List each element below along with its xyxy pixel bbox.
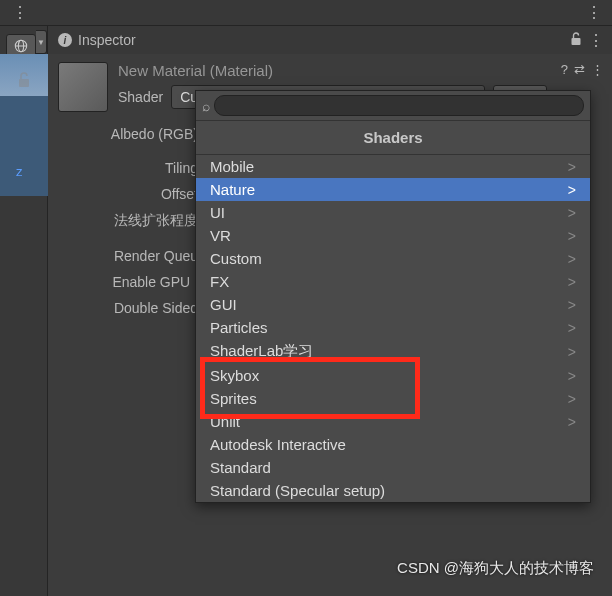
popup-item-label: Standard (210, 459, 271, 476)
chevron-down-icon[interactable]: ▼ (36, 30, 47, 54)
chevron-right-icon: > (568, 274, 576, 290)
lock-icon[interactable] (570, 32, 582, 49)
render-queue-label: Render Queu (48, 248, 208, 264)
popup-item[interactable]: Mobile> (196, 155, 590, 178)
material-thumbnail[interactable] (58, 62, 108, 112)
axis-z-label: z (16, 164, 23, 179)
chevron-right-icon: > (568, 414, 576, 430)
popup-item[interactable]: Nature> (196, 178, 590, 201)
chevron-right-icon: > (568, 344, 576, 360)
gpu-label: Enable GPU I (48, 274, 208, 290)
chevron-right-icon: > (568, 391, 576, 407)
popup-item[interactable]: UI> (196, 201, 590, 224)
double-sided-label: Double Sided (48, 300, 208, 316)
popup-item-label: FX (210, 273, 229, 290)
shader-popup: ⌕ Shaders Mobile>Nature>UI>VR>Custom>FX>… (195, 90, 591, 503)
left-toolbar: ▼ z (0, 26, 48, 596)
kebab-icon[interactable]: ⋮ (591, 62, 602, 77)
popup-item[interactable]: Particles> (196, 316, 590, 339)
window-top-bar: ⋮ ⋮ (0, 0, 612, 26)
tiling-label: Tiling (48, 160, 208, 176)
kebab-icon[interactable]: ⋮ (12, 3, 26, 22)
popup-item-label: Sprites (210, 390, 257, 407)
chevron-right-icon: > (568, 205, 576, 221)
popup-item[interactable]: Unlit> (196, 410, 590, 433)
popup-item[interactable]: Skybox> (196, 364, 590, 387)
kebab-icon[interactable]: ⋮ (586, 3, 600, 22)
expand-label: 法线扩张程度 (48, 212, 208, 230)
shader-label: Shader (118, 89, 163, 105)
popup-item-label: GUI (210, 296, 237, 313)
popup-item[interactable]: Standard> (196, 456, 590, 479)
chevron-right-icon: > (568, 228, 576, 244)
lock-icon[interactable] (17, 72, 47, 91)
tab-label: Inspector (78, 32, 136, 48)
chevron-right-icon: > (568, 368, 576, 384)
popup-item[interactable]: VR> (196, 224, 590, 247)
kebab-icon[interactable]: ⋮ (588, 31, 602, 50)
watermark: CSDN @海狗大人的技术博客 (397, 559, 594, 578)
albedo-label: Albedo (RGB) (48, 126, 208, 142)
chevron-right-icon: > (568, 159, 576, 175)
popup-item-label: VR (210, 227, 231, 244)
inspector-tab[interactable]: i Inspector ⋮ (48, 26, 612, 54)
chevron-right-icon: > (568, 297, 576, 313)
info-icon: i (58, 33, 72, 47)
popup-item[interactable]: FX> (196, 270, 590, 293)
chevron-right-icon: > (568, 182, 576, 198)
chevron-right-icon: > (568, 320, 576, 336)
popup-item[interactable]: Sprites> (196, 387, 590, 410)
popup-item-label: Skybox (210, 367, 259, 384)
popup-item[interactable]: GUI> (196, 293, 590, 316)
popup-item[interactable]: Standard (Specular setup)> (196, 479, 590, 502)
popup-items: Mobile>Nature>UI>VR>Custom>FX>GUI>Partic… (196, 155, 590, 502)
popup-item-label: Mobile (210, 158, 254, 175)
popup-item-label: Standard (Specular setup) (210, 482, 385, 499)
svg-rect-4 (572, 38, 581, 45)
popup-item-label: Autodesk Interactive (210, 436, 346, 453)
chevron-right-icon: > (568, 251, 576, 267)
popup-item-label: Custom (210, 250, 262, 267)
svg-rect-3 (19, 79, 29, 87)
popup-item-label: UI (210, 204, 225, 221)
popup-item-label: ShaderLab学习 (210, 342, 313, 361)
search-icon: ⌕ (202, 98, 210, 114)
popup-item[interactable]: Autodesk Interactive> (196, 433, 590, 456)
offset-label: Offset (48, 186, 208, 202)
help-icon[interactable]: ? (561, 62, 568, 77)
preset-icon[interactable]: ⇄ (574, 62, 585, 77)
popup-item-label: Unlit (210, 413, 240, 430)
popup-item[interactable]: ShaderLab学习> (196, 339, 590, 364)
popup-item-label: Particles (210, 319, 268, 336)
popup-item-label: Nature (210, 181, 255, 198)
material-title: New Material (Material) (118, 62, 547, 79)
popup-header: Shaders (196, 121, 590, 155)
search-input[interactable] (214, 95, 584, 116)
popup-item[interactable]: Custom> (196, 247, 590, 270)
